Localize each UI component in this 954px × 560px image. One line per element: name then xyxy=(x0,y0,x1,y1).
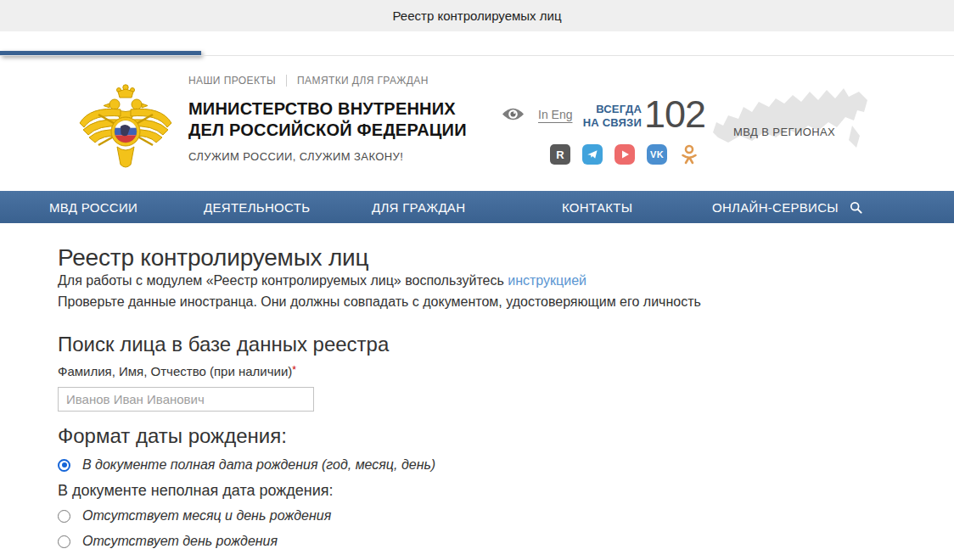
telegram-icon[interactable] xyxy=(582,144,603,165)
search-section-title: Поиск лица в базе данных реестра xyxy=(58,333,389,356)
radio-icon-full-birth-date xyxy=(58,459,70,472)
language-switch-in-eng[interactable]: In Eng xyxy=(538,108,572,121)
ministry-slogan: СЛУЖИМ РОССИИ, СЛУЖИМ ЗАКОНУ! xyxy=(188,150,403,163)
verify-note: Проверьте данные иностранца. Они должны … xyxy=(58,294,701,310)
mvd-regions-label[interactable]: МВД В РЕГИОНАХ xyxy=(733,126,835,138)
nav-item-mvd-russia[interactable]: МВД РОССИИ xyxy=(49,191,137,223)
link-our-projects[interactable]: НАШИ ПРОЕКТЫ xyxy=(188,75,276,87)
fio-label-text: Фамилия, Имя, Отчество (при наличии) xyxy=(58,364,292,378)
radio-option-no-month-day[interactable]: Отсутствует месяц и день рождения xyxy=(58,508,331,524)
eye-icon xyxy=(502,107,525,121)
header-top-links: НАШИ ПРОЕКТЫ ПАМЯТКИ ДЛЯ ГРАЖДАН xyxy=(188,75,429,87)
site-top-divider xyxy=(0,55,954,56)
nav-item-online-services[interactable]: ОНЛАЙН-СЕРВИСЫ xyxy=(712,191,839,223)
always-in-touch-label: ВСЕГДА НА СВЯЗИ xyxy=(574,103,642,130)
rutube-icon[interactable]: R xyxy=(550,144,570,165)
link-citizen-memos[interactable]: ПАМЯТКИ ДЛЯ ГРАЖДАН xyxy=(297,75,429,87)
search-icon xyxy=(850,201,862,214)
accessibility-version-button[interactable] xyxy=(502,107,525,125)
dob-format-title: Формат даты рождения: xyxy=(58,424,287,448)
radio-option-full-birth-date[interactable]: В документе полная дата рождения (год, м… xyxy=(58,457,435,473)
vk-glyph: VK xyxy=(650,149,664,160)
instruction-link[interactable]: инструкцией xyxy=(508,273,586,288)
always-in-touch-line2: НА СВЯЗИ xyxy=(574,116,642,130)
always-in-touch-line1: ВСЕГДА xyxy=(574,103,642,116)
intro-paragraph: Для работы с модулем «Реестр контролируе… xyxy=(58,273,586,288)
nav-search-button[interactable] xyxy=(850,191,862,223)
youtube-icon[interactable] xyxy=(614,144,635,165)
nav-item-for-citizens[interactable]: ДЛЯ ГРАЖДАН xyxy=(372,191,465,223)
ministry-title[interactable]: МИНИСТЕРСТВО ВНУТРЕННИХ ДЕЛ РОССИЙСКОЙ Ф… xyxy=(188,98,481,141)
page-title-bar-text: Реестр контролируемых лиц xyxy=(393,8,562,23)
intro-text: Для работы с модулем «Реестр контролируе… xyxy=(58,273,508,288)
page-title: Реестр контролируемых лиц xyxy=(58,244,368,272)
vk-icon[interactable]: VK xyxy=(647,144,667,165)
incomplete-date-group-label: В документе неполная дата рождения: xyxy=(58,482,334,500)
odnoklassniki-person-glyph xyxy=(680,144,699,165)
fio-input[interactable] xyxy=(58,387,314,412)
mvd-eagle-icon xyxy=(76,82,175,176)
radio-icon-no-day xyxy=(58,535,70,548)
radio-label-full-birth-date: В документе полная дата рождения (год, м… xyxy=(82,457,435,473)
radio-option-no-day[interactable]: Отсутствует день рождения xyxy=(58,534,278,549)
main-navigation-bar: МВД РОССИИ ДЕЯТЕЛЬНОСТЬ ДЛЯ ГРАЖДАН КОНТ… xyxy=(0,191,954,223)
social-links-row: R VK xyxy=(550,144,699,165)
telegram-plane-glyph xyxy=(586,148,598,160)
odnoklassniki-icon[interactable] xyxy=(679,144,699,165)
youtube-play-glyph xyxy=(620,149,630,160)
nav-item-activity[interactable]: ДЕЯТЕЛЬНОСТЬ xyxy=(204,191,310,223)
radio-label-no-month-day: Отсутствует месяц и день рождения xyxy=(82,508,331,524)
rutube-glyph: R xyxy=(556,148,564,161)
mvd-emblem-logo[interactable] xyxy=(76,82,175,176)
required-asterisk: * xyxy=(292,364,296,376)
page-title-bar: Реестр контролируемых лиц xyxy=(0,0,954,31)
emergency-phone-102: 102 xyxy=(644,92,705,137)
top-links-separator xyxy=(286,75,287,87)
radio-icon-no-month-day xyxy=(58,510,70,523)
fio-field-label: Фамилия, Имя, Отчество (при наличии)* xyxy=(58,364,296,378)
nav-item-contacts[interactable]: КОНТАКТЫ xyxy=(562,191,632,223)
radio-label-no-day: Отсутствует день рождения xyxy=(82,534,278,549)
